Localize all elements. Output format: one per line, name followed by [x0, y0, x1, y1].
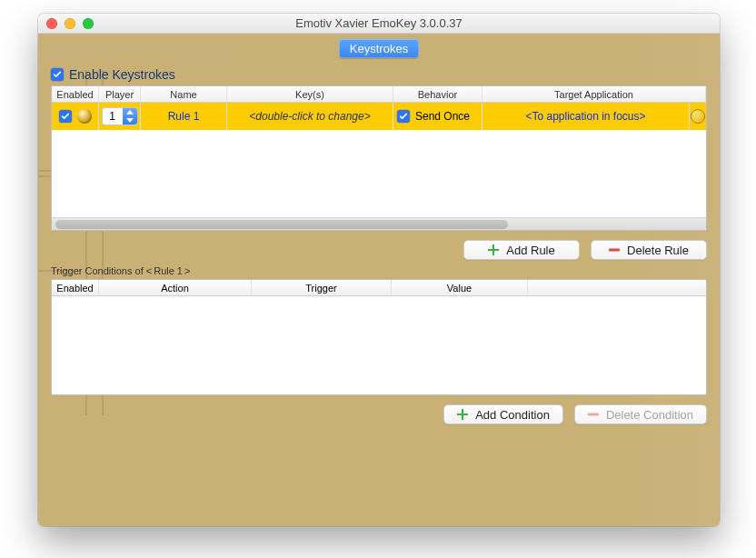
behavior-label: Send Once: [415, 110, 470, 123]
tab-keystrokes[interactable]: Keystrokes: [339, 39, 419, 58]
cond-col-tail: [528, 280, 706, 295]
delete-rule-button[interactable]: Delete Rule: [591, 240, 707, 260]
conditions-body-empty: [52, 296, 706, 394]
stepper-arrows[interactable]: [123, 108, 137, 125]
player-input[interactable]: [103, 110, 123, 123]
enable-keystrokes-label: Enable Keystrokes: [69, 67, 175, 82]
plus-icon: [488, 244, 499, 255]
conditions-button-row: Add Condition Delete Condition: [51, 404, 707, 424]
cell-keys[interactable]: <double-click to change>: [227, 103, 393, 130]
tab-bar: Keystrokes: [38, 34, 720, 58]
col-keys[interactable]: Key(s): [227, 86, 393, 102]
cell-tail: [690, 103, 706, 130]
col-behavior[interactable]: Behavior: [393, 86, 482, 102]
plus-icon: [457, 409, 468, 420]
window-controls: [46, 18, 94, 29]
rules-table: Enabled Player Name Key(s) Behavior Targ…: [51, 85, 707, 231]
svg-rect-0: [609, 249, 620, 252]
horizontal-scrollbar[interactable]: [52, 217, 706, 230]
app-window: Emotiv Xavier EmoKey 3.0.0.37 Keystrokes…: [38, 14, 720, 526]
behavior-checkbox[interactable]: [397, 110, 410, 123]
col-player[interactable]: Player: [99, 86, 141, 102]
minus-icon: [609, 244, 620, 255]
chevron-down-icon[interactable]: [123, 116, 137, 125]
col-target[interactable]: Target Application: [482, 86, 706, 102]
delete-condition-button[interactable]: Delete Condition: [574, 404, 707, 424]
rule-enabled-checkbox[interactable]: [59, 110, 72, 123]
table-row[interactable]: Rule 1 <double-click to change> Send Onc…: [52, 103, 706, 130]
conditions-section-label: Trigger Conditions of <Rule 1>: [51, 265, 720, 276]
cell-behavior: Send Once: [393, 103, 482, 130]
add-condition-label: Add Condition: [475, 408, 550, 422]
add-rule-button[interactable]: Add Rule: [463, 240, 580, 260]
col-enabled[interactable]: Enabled: [52, 86, 99, 102]
scrollbar-thumb[interactable]: [55, 220, 508, 229]
svg-rect-1: [588, 414, 599, 416]
window-content: Keystrokes Enable Keystrokes Enabled Pla…: [38, 34, 720, 526]
cell-player: [99, 103, 141, 130]
window-title: Emotiv Xavier EmoKey 3.0.0.37: [38, 16, 720, 30]
cond-col-value[interactable]: Value: [392, 280, 528, 295]
check-icon: [61, 112, 70, 121]
check-icon: [399, 112, 408, 121]
conditions-header: Enabled Action Trigger Value: [52, 280, 706, 296]
enable-keystrokes-row: Enable Keystrokes: [51, 67, 720, 82]
conditions-table: Enabled Action Trigger Value: [51, 279, 707, 395]
rules-body-empty: [52, 130, 706, 217]
add-condition-button[interactable]: Add Condition: [443, 404, 563, 424]
check-icon: [53, 70, 62, 79]
cond-col-enabled[interactable]: Enabled: [52, 280, 99, 295]
titlebar: Emotiv Xavier EmoKey 3.0.0.37: [38, 14, 720, 34]
rules-header: Enabled Player Name Key(s) Behavior Targ…: [52, 86, 706, 103]
zoom-icon[interactable]: [83, 18, 94, 29]
rules-button-row: Add Rule Delete Rule: [51, 240, 707, 260]
add-rule-label: Add Rule: [506, 244, 554, 257]
enable-keystrokes-checkbox[interactable]: [51, 68, 64, 81]
player-stepper[interactable]: [102, 107, 138, 125]
cell-name[interactable]: Rule 1: [141, 103, 227, 130]
col-name[interactable]: Name: [141, 86, 227, 102]
delete-rule-label: Delete Rule: [627, 244, 689, 257]
minimize-icon[interactable]: [65, 18, 75, 29]
cell-target[interactable]: <To application in focus>: [482, 103, 690, 130]
cond-col-trigger[interactable]: Trigger: [252, 280, 392, 295]
close-icon[interactable]: [46, 18, 57, 29]
status-orb-icon: [77, 109, 92, 124]
minus-icon: [588, 409, 599, 420]
target-app-icon[interactable]: [691, 109, 705, 124]
cell-enabled: [52, 103, 99, 130]
chevron-up-icon[interactable]: [123, 108, 137, 116]
cond-col-action[interactable]: Action: [99, 280, 252, 295]
delete-condition-label: Delete Condition: [606, 408, 693, 422]
